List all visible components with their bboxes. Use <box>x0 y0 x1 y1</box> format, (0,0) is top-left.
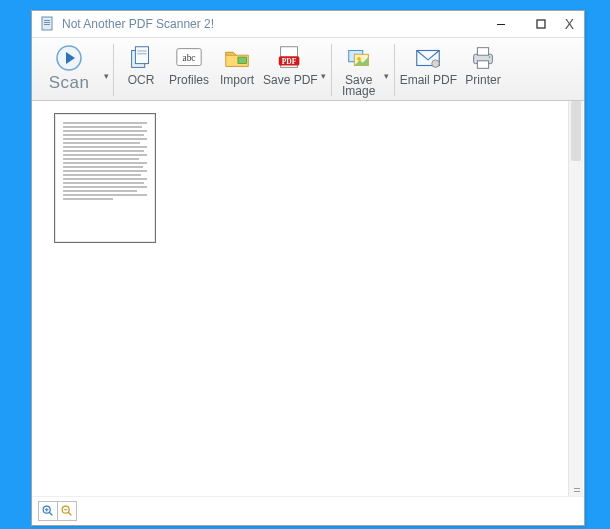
printer-label: Printer <box>465 73 500 87</box>
svg-rect-3 <box>44 24 50 25</box>
svg-text:abc: abc <box>183 53 196 63</box>
maximize-button[interactable] <box>521 11 561 37</box>
resize-grip-icon <box>572 485 580 493</box>
print-button[interactable]: Printer <box>459 40 507 100</box>
toolbar-separator <box>113 44 114 96</box>
svg-line-32 <box>68 512 71 515</box>
play-circle-icon <box>53 42 85 74</box>
profiles-label: Profiles <box>169 73 209 87</box>
ocr-label: OCR <box>128 73 155 87</box>
svg-rect-4 <box>497 24 505 25</box>
abc-icon: abc <box>173 42 205 74</box>
scrollbar-vertical[interactable] <box>568 101 583 496</box>
svg-rect-0 <box>42 17 52 30</box>
printer-icon <box>467 42 499 74</box>
zoom-out-button[interactable] <box>58 502 76 520</box>
svg-rect-11 <box>137 53 146 54</box>
zoom-controls <box>38 501 77 521</box>
profiles-button[interactable]: abc Profiles <box>165 40 213 100</box>
save-image-button[interactable]: Save Image <box>335 40 383 100</box>
svg-rect-9 <box>135 47 148 64</box>
svg-rect-24 <box>477 48 488 56</box>
save-image-dropdown[interactable]: ▾ <box>383 40 391 100</box>
save-pdf-label: Save PDF <box>263 73 318 87</box>
pictures-icon <box>343 42 375 74</box>
minimize-button[interactable] <box>481 11 521 37</box>
title-bar: Not Another PDF Scanner 2! X <box>32 11 584 38</box>
window-title: Not Another PDF Scanner 2! <box>62 17 214 31</box>
email-pdf-button[interactable]: Email PDF <box>398 40 459 100</box>
svg-rect-5 <box>537 20 545 28</box>
pages-stack-icon <box>125 42 157 74</box>
import-label: Import <box>220 73 254 87</box>
scan-button[interactable]: Scan <box>36 40 102 100</box>
email-pdf-label: Email PDF <box>400 73 457 87</box>
save-pdf-icon: PDF <box>274 42 306 74</box>
import-button[interactable]: Import <box>213 40 261 100</box>
ocr-button[interactable]: OCR <box>117 40 165 100</box>
toolbar-separator <box>331 44 332 96</box>
status-bar <box>32 496 584 525</box>
svg-rect-2 <box>44 22 50 23</box>
app-icon <box>40 16 56 32</box>
svg-rect-10 <box>137 51 146 52</box>
svg-text:PDF: PDF <box>282 57 297 66</box>
toolbar-separator <box>394 44 395 96</box>
page-thumbnail[interactable] <box>54 113 156 243</box>
svg-point-22 <box>432 60 440 68</box>
folder-open-icon <box>221 42 253 74</box>
svg-line-28 <box>49 512 52 515</box>
svg-rect-14 <box>238 57 246 64</box>
scrollbar-thumb[interactable] <box>571 101 581 161</box>
zoom-in-button[interactable] <box>39 502 58 520</box>
svg-point-26 <box>489 56 491 58</box>
toolbar: Scan ▾ OCR <box>32 38 584 101</box>
desktop-background: Not Another PDF Scanner 2! X Scan <box>0 0 610 529</box>
save-image-label-bottom: Image <box>342 84 375 98</box>
scan-label: Scan <box>49 73 90 93</box>
scan-dropdown[interactable]: ▾ <box>102 40 110 100</box>
save-pdf-button[interactable]: PDF Save PDF <box>261 40 320 100</box>
thumbnail-panel <box>32 101 584 496</box>
svg-rect-25 <box>477 61 488 69</box>
save-pdf-dropdown[interactable]: ▾ <box>320 40 328 100</box>
envelope-icon <box>412 42 444 74</box>
close-button[interactable]: X <box>561 16 584 32</box>
app-window: Not Another PDF Scanner 2! X Scan <box>31 10 585 526</box>
svg-rect-1 <box>44 20 50 21</box>
